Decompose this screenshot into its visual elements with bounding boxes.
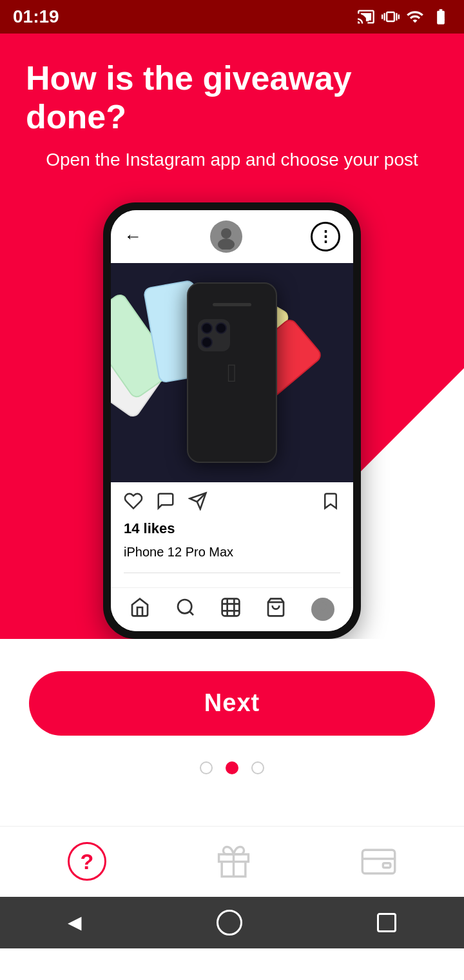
svg-point-10 (316, 612, 329, 619)
svg-rect-7 (222, 598, 240, 616)
avatar-image (213, 224, 239, 250)
battery-icon: 7s (430, 8, 451, 26)
android-home-button[interactable] (217, 910, 242, 936)
home-nav-icon[interactable] (130, 597, 150, 622)
gift-icon (216, 844, 251, 879)
svg-point-2 (218, 239, 235, 250)
headline: How is the giveaway done? (26, 59, 438, 137)
help-icon: ? (68, 842, 106, 881)
profile-nav-avatar[interactable] (311, 598, 334, 621)
instagram-post-actions: 14 likes iPhone 12 Pro Max (111, 482, 353, 587)
more-options-button[interactable]: ⋮ (311, 222, 340, 251)
svg-text:7s: 7s (440, 16, 445, 22)
svg-point-5 (178, 600, 191, 613)
like-icon[interactable] (124, 491, 143, 515)
status-icons: 7s (357, 8, 451, 26)
pagination-dot-1[interactable] (200, 761, 213, 774)
main-iphone:  (187, 282, 277, 463)
shop-nav-icon[interactable] (266, 597, 286, 622)
reels-nav-icon[interactable] (220, 597, 241, 622)
instagram-header: ← ⋮ (111, 210, 353, 263)
apple-logo:  (227, 358, 237, 387)
camera-lens-3 (201, 337, 213, 348)
pagination-dot-2[interactable] (226, 761, 238, 774)
svg-line-6 (189, 611, 193, 615)
content-section: Next (0, 639, 464, 826)
share-icon[interactable] (188, 491, 208, 515)
status-bar: 01:19 7s (0, 0, 464, 34)
phone-mockup: ← ⋮ (103, 202, 361, 639)
profile-avatar-image (314, 600, 332, 618)
caption-text: iPhone 12 Pro Max (124, 542, 340, 567)
bookmark-icon[interactable] (321, 491, 340, 515)
comment-icon[interactable] (156, 491, 175, 515)
svg-rect-13 (362, 850, 394, 874)
camera-lens-1 (201, 322, 213, 334)
avatar (210, 220, 242, 253)
tab-bar: ? (0, 826, 464, 897)
likes-count: 14 likes (124, 515, 340, 542)
tab-giveaway[interactable] (216, 844, 251, 879)
phone-container: ← ⋮ (26, 202, 438, 639)
android-nav-bar: ◀ (0, 897, 464, 948)
svg-point-1 (221, 228, 231, 239)
instagram-bottom-nav (111, 587, 353, 631)
tab-help[interactable]: ? (68, 842, 106, 881)
cast-icon (357, 8, 375, 26)
svg-rect-15 (383, 863, 390, 867)
camera-lens-2 (215, 322, 227, 334)
caption-product: iPhone 12 Pro Max (124, 545, 233, 559)
camera-module (198, 319, 230, 351)
divider (124, 573, 340, 573)
header-section: How is the giveaway done? Open the Insta… (0, 34, 464, 639)
wifi-icon (406, 8, 424, 26)
action-left (124, 491, 208, 515)
action-row (124, 491, 340, 515)
back-arrow-icon[interactable]: ← (124, 226, 142, 247)
android-recents-button[interactable] (377, 913, 396, 932)
vibrate-icon (382, 8, 400, 26)
subtitle: Open the Instagram app and choose your p… (26, 150, 438, 170)
wallet-icon (361, 844, 396, 879)
tab-wallet[interactable] (361, 844, 396, 879)
status-time: 01:19 (13, 6, 59, 27)
search-nav-icon[interactable] (175, 597, 196, 622)
android-back-button[interactable]: ◀ (68, 912, 82, 933)
next-button[interactable]: Next (29, 671, 435, 736)
svg-point-9 (319, 603, 327, 611)
phone-inner: ← ⋮ (111, 210, 353, 631)
pagination-dots (200, 761, 264, 774)
post-image:  (111, 263, 353, 482)
pagination-dot-3[interactable] (251, 761, 264, 774)
